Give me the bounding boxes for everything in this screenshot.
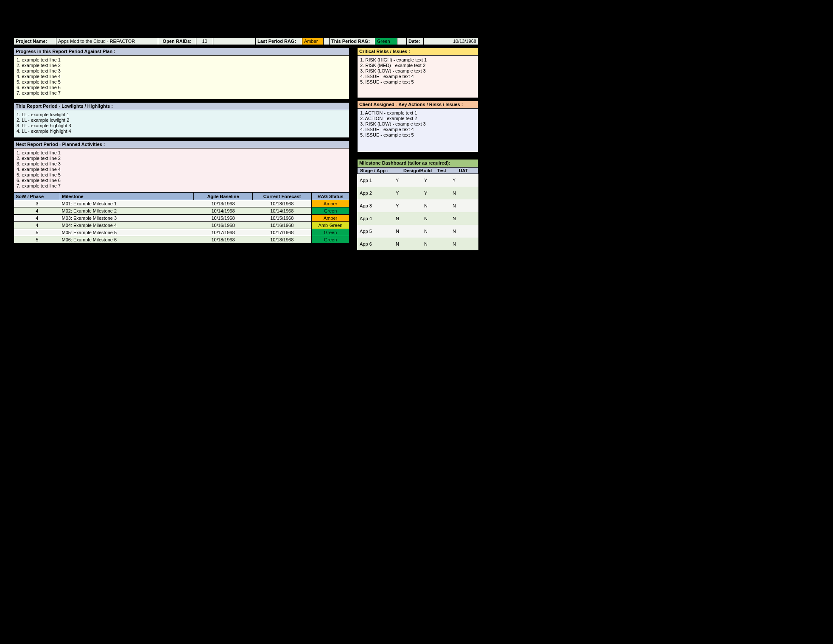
client-box: 1. ACTION - example text 1 2. ACTION - e…: [357, 109, 478, 152]
mil-baseline: 10/16/1968: [194, 222, 253, 229]
progress-line: 1. example text line 1: [17, 57, 347, 63]
dashboard-title: Milestone Dashboard (tailor as required)…: [357, 159, 478, 167]
report-header-strip: Project Name: Apps Mod to the Cloud - RE…: [14, 37, 478, 45]
mil-rag: Amb-Green: [312, 222, 349, 229]
dash-uat: N: [450, 212, 478, 225]
mil-sow: 5: [14, 236, 60, 244]
dash-uat: Y: [450, 174, 478, 187]
progress-header: Progress in this Report Period Against P…: [14, 48, 349, 56]
mil-rag: Amber: [312, 200, 349, 207]
mil-rag: Green: [312, 207, 349, 215]
progress-line: 2. example text line 2: [17, 63, 347, 68]
planned-line: 3. example text line 3: [17, 161, 347, 167]
dash-test: N: [422, 199, 450, 212]
milestone-row: 5M06: Example Milestone 610/18/196810/18…: [14, 236, 349, 244]
mil-forecast: 10/14/1968: [253, 207, 312, 215]
mil-baseline: 10/15/1968: [194, 215, 253, 222]
dash-app: App 2: [357, 187, 393, 199]
planned-line: 1. example text line 1: [17, 150, 347, 156]
mil-forecast: 10/16/1968: [253, 222, 312, 229]
dash-app: App 1: [357, 174, 393, 187]
dash-th-uat: UAT: [456, 168, 478, 174]
lowhigh-line: 1. LL - example lowlight 1: [17, 112, 347, 118]
open-raids-label: Open RAIDs:: [158, 38, 196, 45]
mil-name: M06: Example Milestone 6: [60, 236, 194, 244]
project-name-value: Apps Mod to the Cloud - REFACTOR: [56, 38, 158, 45]
risk-line: 5. ISSUE - example text 5: [360, 79, 475, 85]
dashboard-row: App 2YYN: [357, 187, 478, 199]
risks-header: Critical Risks / Issues :: [357, 48, 478, 56]
risks-box: 1. RISK (HIGH) - example text 1 2. RISK …: [357, 56, 478, 98]
progress-line: 3. example text line 3: [17, 68, 347, 74]
risk-line: 3. RISK (LOW) - example text 3: [360, 68, 475, 74]
progress-line: 5. example text line 5: [17, 79, 347, 85]
mil-name: M02: Example Milestone 2: [60, 207, 194, 215]
dash-design: N: [393, 238, 422, 250]
risk-line: 4. ISSUE - example text 4: [360, 74, 475, 79]
dash-design: Y: [393, 174, 422, 187]
client-line: 1. ACTION - example text 1: [360, 110, 475, 116]
dash-design: Y: [393, 187, 422, 199]
mil-forecast: 10/15/1968: [253, 215, 312, 222]
dash-test: N: [422, 225, 450, 238]
mil-name: M03: Example Milestone 3: [60, 215, 194, 222]
planned-header: Next Report Period - Planned Activities …: [14, 140, 349, 148]
dash-uat: N: [450, 238, 478, 250]
mil-baseline: 10/17/1968: [194, 229, 253, 236]
project-name-label: Project Name:: [14, 38, 56, 45]
open-raids-value: 10: [196, 38, 213, 45]
planned-line: 7. example text line 7: [17, 183, 347, 189]
lowhigh-line: 2. LL - example lowlight 2: [17, 118, 347, 123]
progress-line: 6. example text line 6: [17, 85, 347, 90]
dash-uat: N: [450, 199, 478, 212]
dashboard-header-row: Stage / App : Design/Build Test UAT: [357, 167, 478, 174]
this-rag-label: This Period RAG:: [330, 38, 375, 45]
mil-th-fcst: Current Forecast: [253, 193, 312, 200]
milestone-table: SoW / Phase Milestone Agile Baseline Cur…: [14, 192, 349, 244]
dash-test: Y: [422, 174, 450, 187]
client-line: 2. ACTION - example text 2: [360, 116, 475, 121]
dash-design: N: [393, 212, 422, 225]
dashboard-row: App 1YYY: [357, 174, 478, 187]
planned-line: 4. example text line 4: [17, 167, 347, 172]
mil-th-base: Agile Baseline: [194, 193, 253, 200]
risk-line: 2. RISK (MED) - example text 2: [360, 63, 475, 68]
lowhigh-line: 3. LL - example highlight 3: [17, 123, 347, 129]
mil-baseline: 10/14/1968: [194, 207, 253, 215]
dash-th-design: Design/Build: [401, 168, 434, 174]
milestone-row: 4M03: Example Milestone 310/15/196810/15…: [14, 215, 349, 222]
mil-rag: Green: [312, 229, 349, 236]
dash-test: N: [422, 212, 450, 225]
client-line: 3. RISK (LOW) - example text 3: [360, 121, 475, 127]
milestone-row: 4M04: Example Milestone 410/16/196810/16…: [14, 222, 349, 229]
progress-line: 4. example text line 4: [17, 74, 347, 79]
dashboard-row: App 4NNN: [357, 212, 478, 225]
mil-th-rag: RAG Status: [312, 193, 349, 200]
mil-rag: Green: [312, 236, 349, 244]
progress-box: 1. example text line 1 2. example text l…: [14, 56, 349, 100]
dash-test: N: [422, 238, 450, 250]
mil-forecast: 10/18/1968: [253, 236, 312, 244]
planned-line: 6. example text line 6: [17, 178, 347, 183]
milestone-row: 5M05: Example Milestone 510/17/196810/17…: [14, 229, 349, 236]
last-rag-value: Amber: [302, 38, 324, 45]
dash-uat: N: [450, 187, 478, 199]
dash-th-test: Test: [434, 168, 456, 174]
lowhigh-box: 1. LL - example lowlight 1 2. LL - examp…: [14, 110, 349, 138]
lowhigh-line: 4. LL - example highlight 4: [17, 129, 347, 134]
dash-test: Y: [422, 187, 450, 199]
lowhigh-header: This Report Period - Lowlights / Highlig…: [14, 102, 349, 110]
mil-sow: 4: [14, 222, 60, 229]
progress-line: 7. example text line 7: [17, 90, 347, 96]
date-value: 10/13/1968: [424, 38, 478, 45]
mil-sow: 5: [14, 229, 60, 236]
mil-th-sow: SoW / Phase: [14, 193, 60, 200]
dash-uat: N: [450, 225, 478, 238]
this-rag-value: Green: [375, 38, 397, 45]
mil-rag: Amber: [312, 215, 349, 222]
milestone-row: 3M01: Example Milestone 110/13/196810/13…: [14, 200, 349, 207]
dashboard-row: App 3YNN: [357, 199, 478, 212]
planned-line: 2. example text line 2: [17, 156, 347, 161]
dashboard-row: App 5NNN: [357, 225, 478, 238]
last-rag-label: Last Period RAG:: [256, 38, 302, 45]
